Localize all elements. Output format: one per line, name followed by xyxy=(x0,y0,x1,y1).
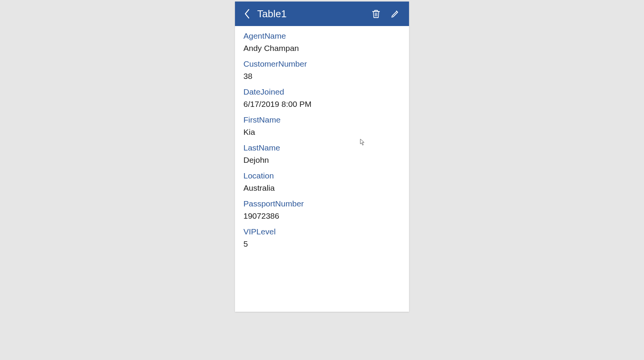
field-customernumber: CustomerNumber 38 xyxy=(243,58,401,82)
field-label: Location xyxy=(243,170,401,182)
field-label: PassportNumber xyxy=(243,198,401,210)
field-viplevel: VIPLevel 5 xyxy=(243,226,401,250)
delete-button[interactable] xyxy=(368,6,384,21)
field-datejoined: DateJoined 6/17/2019 8:00 PM xyxy=(243,86,401,110)
back-button[interactable] xyxy=(241,8,253,20)
header-bar: Table1 xyxy=(235,2,409,26)
field-value: 19072386 xyxy=(243,210,401,222)
field-label: DateJoined xyxy=(243,86,401,98)
trash-icon xyxy=(371,9,381,18)
field-value: Dejohn xyxy=(243,154,401,166)
field-value: Australia xyxy=(243,182,401,194)
field-value: Andy Champan xyxy=(243,42,401,54)
field-value: Kia xyxy=(243,126,401,138)
pencil-icon xyxy=(391,9,400,18)
field-label: LastName xyxy=(243,142,401,154)
field-label: VIPLevel xyxy=(243,226,401,238)
field-lastname: LastName Dejohn xyxy=(243,142,401,166)
app-frame: Table1 AgentName Andy Champan CustomerNu… xyxy=(235,2,409,312)
page-title: Table1 xyxy=(257,8,365,20)
field-label: FirstName xyxy=(243,114,401,126)
field-location: Location Australia xyxy=(243,170,401,194)
edit-button[interactable] xyxy=(388,6,403,21)
chevron-left-icon xyxy=(244,8,251,19)
field-label: AgentName xyxy=(243,30,401,42)
field-label: CustomerNumber xyxy=(243,58,401,70)
field-value: 5 xyxy=(243,238,401,250)
detail-content: AgentName Andy Champan CustomerNumber 38… xyxy=(235,26,409,312)
field-firstname: FirstName Kia xyxy=(243,114,401,138)
field-agentname: AgentName Andy Champan xyxy=(243,30,401,54)
field-value: 38 xyxy=(243,70,401,82)
field-passportnumber: PassportNumber 19072386 xyxy=(243,198,401,222)
field-value: 6/17/2019 8:00 PM xyxy=(243,98,401,110)
